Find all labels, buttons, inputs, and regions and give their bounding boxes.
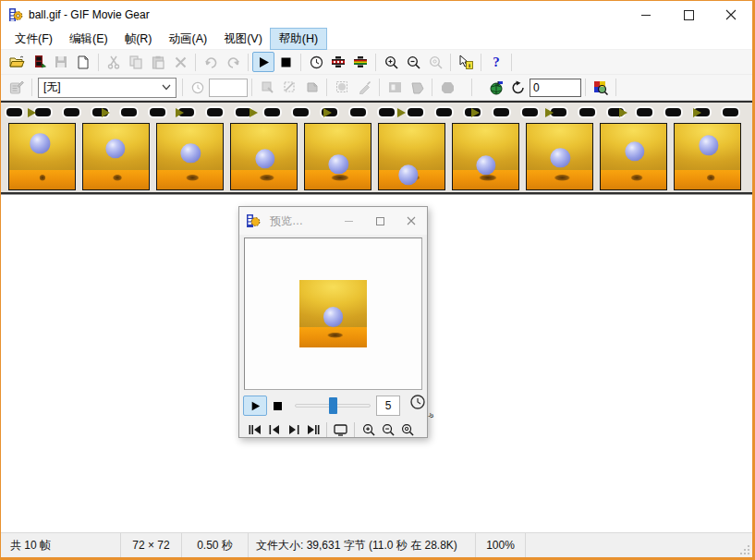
zoom-out-button[interactable] bbox=[402, 52, 424, 72]
toolbar-separator bbox=[375, 54, 376, 71]
delay-input[interactable] bbox=[209, 79, 248, 97]
stamp-3-button[interactable] bbox=[300, 78, 323, 98]
undo-button[interactable] bbox=[200, 52, 222, 72]
film-frame-8[interactable] bbox=[526, 123, 593, 190]
play-button[interactable] bbox=[252, 52, 274, 72]
preview-play-button[interactable] bbox=[243, 396, 267, 416]
dashed-circle-button[interactable] bbox=[331, 78, 353, 98]
context-help-button[interactable]: i bbox=[455, 52, 477, 72]
frame-global-info-button[interactable] bbox=[349, 52, 371, 72]
frame-marker-triangle bbox=[102, 108, 110, 117]
film-frame-5[interactable] bbox=[304, 123, 371, 190]
animation-properties-button[interactable] bbox=[327, 52, 349, 72]
stamp-1-icon bbox=[261, 80, 274, 94]
animation-frame-image bbox=[379, 124, 444, 189]
prev-frame-button[interactable] bbox=[264, 421, 284, 438]
title-bar: ball.gif - GIF Movie Gear bbox=[1, 1, 752, 29]
chevron-more-icon: » bbox=[426, 408, 436, 420]
film-frame-3[interactable] bbox=[156, 123, 224, 190]
frame-marker-triangle bbox=[28, 108, 36, 117]
preview-browser-button[interactable] bbox=[485, 78, 507, 98]
copy-button[interactable] bbox=[125, 52, 147, 72]
menu-animation[interactable]: 动画(A) bbox=[161, 29, 216, 49]
film-hole bbox=[121, 108, 137, 116]
insert-frames-button[interactable] bbox=[28, 52, 50, 72]
maximize-icon bbox=[376, 217, 384, 225]
blob-mask-button[interactable] bbox=[436, 78, 458, 98]
preview-stop-button[interactable] bbox=[267, 396, 287, 416]
open-file-button[interactable] bbox=[6, 52, 28, 72]
frame-marker-triangle bbox=[323, 108, 332, 117]
minimize-icon bbox=[641, 10, 651, 20]
next-frame-button[interactable] bbox=[284, 421, 303, 438]
preview-zoom-out-button[interactable] bbox=[378, 421, 397, 438]
clock-gray-icon bbox=[191, 81, 204, 94]
cut-button[interactable] bbox=[103, 52, 125, 72]
slider-thumb[interactable] bbox=[329, 397, 337, 414]
delete-frame-button[interactable] bbox=[169, 52, 191, 72]
menu-edit[interactable]: 编辑(E) bbox=[61, 29, 116, 49]
stop-icon bbox=[281, 57, 291, 67]
zoom-actual-button[interactable] bbox=[424, 52, 446, 72]
preview-title-bar: 预览… bbox=[239, 207, 427, 235]
crop-button[interactable] bbox=[384, 78, 406, 98]
film-frame-2[interactable] bbox=[82, 123, 150, 190]
new-file-icon bbox=[78, 55, 89, 69]
menu-help[interactable]: 帮助(H) bbox=[271, 29, 326, 49]
close-button[interactable] bbox=[710, 1, 752, 29]
palette-viewer-button[interactable] bbox=[590, 78, 612, 98]
film-frame-6[interactable] bbox=[378, 123, 445, 190]
film-frame-4[interactable] bbox=[230, 123, 298, 190]
preview-maximize-button[interactable] bbox=[364, 207, 396, 235]
preview-speed-value: 5 bbox=[376, 396, 400, 416]
toolbar-separator bbox=[511, 54, 512, 71]
menu-frame[interactable]: 帧(R) bbox=[116, 29, 161, 49]
toolbar-separator bbox=[31, 79, 32, 96]
menu-file[interactable]: 文件(F) bbox=[6, 29, 61, 49]
stamp-2-button[interactable] bbox=[278, 78, 300, 98]
film-frame-10[interactable] bbox=[674, 123, 741, 190]
stamp-3-icon bbox=[305, 80, 319, 94]
preview-speed-slider[interactable] bbox=[295, 396, 371, 415]
last-frame-button[interactable] bbox=[303, 421, 323, 438]
stop-button[interactable] bbox=[274, 52, 297, 72]
paste-button[interactable] bbox=[147, 52, 169, 72]
fullscreen-button[interactable] bbox=[331, 421, 350, 438]
preview-zoom-in-button[interactable] bbox=[359, 421, 378, 438]
frame-properties-button[interactable] bbox=[6, 78, 28, 98]
redo-button[interactable] bbox=[222, 52, 244, 72]
film-hole bbox=[493, 108, 509, 116]
clock-icon bbox=[409, 395, 428, 413]
stamp-1-button[interactable] bbox=[256, 78, 278, 98]
frame-properties-icon bbox=[9, 80, 24, 94]
animation-frame-image bbox=[675, 124, 740, 189]
save-button[interactable] bbox=[50, 52, 72, 72]
zoom-in-button[interactable] bbox=[380, 52, 402, 72]
frame-name-dropdown[interactable]: [无] bbox=[38, 78, 177, 98]
resize-grip[interactable] bbox=[738, 543, 750, 555]
loop-count-input[interactable] bbox=[530, 79, 581, 97]
help-button[interactable]: ? bbox=[485, 52, 507, 72]
frame-marker-triangle bbox=[619, 108, 627, 117]
new-file-button[interactable] bbox=[72, 52, 94, 72]
film-perforations bbox=[1, 103, 752, 123]
preview-close-button[interactable] bbox=[396, 207, 427, 235]
loop-count-button[interactable] bbox=[507, 78, 530, 98]
cut-scissors-icon bbox=[107, 55, 120, 69]
preview-zoom-actual-button[interactable] bbox=[397, 421, 417, 438]
film-hole bbox=[637, 108, 652, 116]
maximize-button[interactable] bbox=[667, 1, 710, 29]
client-area: 预览… bbox=[1, 194, 752, 532]
preview-minimize-button[interactable] bbox=[333, 207, 364, 235]
film-frame-1[interactable] bbox=[8, 123, 76, 190]
pick-button[interactable] bbox=[406, 78, 428, 98]
delay-clock-button[interactable] bbox=[187, 78, 209, 98]
minimize-button[interactable] bbox=[625, 1, 667, 29]
film-frame-7[interactable] bbox=[452, 123, 519, 190]
pencil-edit-button[interactable] bbox=[353, 78, 375, 98]
preview-delay-clock-button[interactable]: » bbox=[409, 395, 432, 417]
film-frame-9[interactable] bbox=[600, 123, 667, 190]
frame-delay-button[interactable] bbox=[305, 52, 327, 72]
menu-view[interactable]: 视图(V) bbox=[215, 29, 271, 49]
first-frame-button[interactable] bbox=[245, 421, 264, 438]
